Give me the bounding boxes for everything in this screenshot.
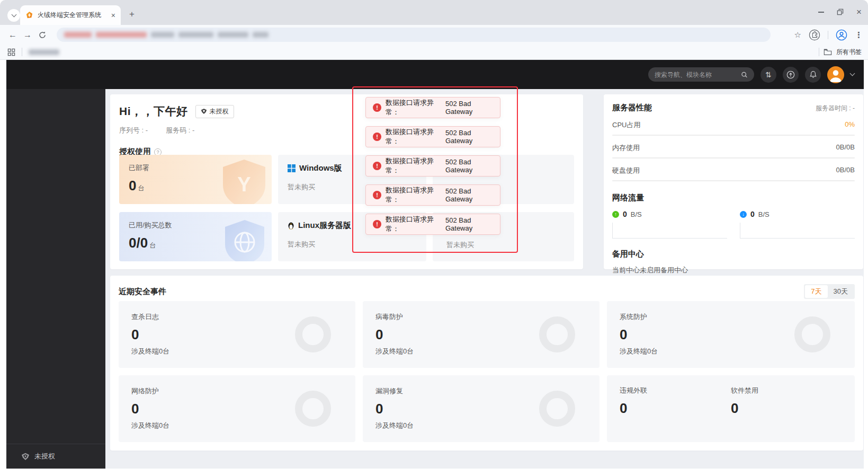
- license-badge-label: 未授权: [210, 107, 229, 116]
- disk-label: 硬盘使用: [612, 166, 640, 175]
- sidebar-nav: 未授权: [6, 89, 105, 469]
- events-title: 近期安全事件: [119, 287, 166, 297]
- memory-progress-bar: [612, 157, 855, 158]
- server-performance-panel: 服务器性能 服务器时间 : - CPU占用0% 内存使用0B/0B 硬盘使用0B…: [604, 94, 863, 269]
- new-tab-button[interactable]: +: [125, 7, 139, 21]
- toast-message: 数据接口请求异常：: [386, 186, 440, 205]
- browser-tab-strip: 火绒终端安全管理系统 × + ×: [0, 0, 868, 25]
- all-bookmarks-label[interactable]: 所有书签: [836, 48, 862, 57]
- address-bar[interactable]: [57, 28, 771, 42]
- toast-message: 数据接口请求异常：: [386, 127, 440, 146]
- serial-number: 序列号 : -: [119, 126, 148, 135]
- bookmark-star-icon[interactable]: ☆: [794, 30, 801, 40]
- error-toast: ! 数据接口请求异常： 502 Bad Gateway: [365, 97, 500, 118]
- license-overview-panel: Hi，，下午好 未授权 序列号 : - 服务码 : - 授权使用 ? 已部署 0…: [110, 94, 583, 269]
- error-toast: ! 数据接口请求异常： 502 Bad Gateway: [365, 126, 500, 147]
- tab-close-icon[interactable]: ×: [111, 12, 115, 19]
- event-label: 软件禁用: [731, 386, 842, 395]
- download-value: 0: [750, 210, 755, 218]
- search-input[interactable]: [655, 71, 737, 78]
- redacted-bookmark[interactable]: [29, 49, 59, 55]
- event-card-vuln-fix[interactable]: 漏洞修复 0 涉及终端0台: [363, 375, 599, 442]
- error-icon: !: [373, 162, 381, 170]
- memory-label: 内存使用: [612, 143, 640, 153]
- toast-error-code: 502 Bad Gateway: [445, 187, 493, 203]
- toast-error-code: 502 Bad Gateway: [445, 216, 493, 232]
- event-card-system-protection[interactable]: 系统防护 0 涉及终端0台: [607, 301, 855, 368]
- download-traffic: ↓ 0 B/S: [740, 210, 855, 239]
- donut-chart: [539, 391, 575, 427]
- used-total-value: 0/0: [129, 235, 148, 251]
- license-status-footer[interactable]: 未授权: [6, 444, 105, 469]
- back-button[interactable]: ←: [5, 30, 20, 40]
- used-total-card: 已用/购买总数 0/0台: [119, 212, 272, 261]
- toast-error-code: 502 Bad Gateway: [445, 158, 493, 174]
- greeting-title: Hi，，下午好: [119, 104, 188, 119]
- window-close-button[interactable]: ×: [856, 7, 862, 16]
- account-chevron-down-icon[interactable]: [850, 71, 855, 76]
- apps-grid-icon[interactable]: [7, 48, 15, 56]
- window-restore-button[interactable]: [837, 8, 844, 15]
- search-icon[interactable]: [741, 71, 748, 78]
- event-card-network-protection[interactable]: 网络防护 0 涉及终端0台: [119, 375, 355, 442]
- license-badge[interactable]: 未授权: [195, 105, 234, 118]
- memory-metric: 内存使用0B/0B: [612, 143, 855, 158]
- sidebar-footer-label: 未授权: [34, 452, 55, 461]
- toast-error-code: 502 Bad Gateway: [445, 100, 493, 116]
- used-total-unit: 台: [149, 242, 156, 249]
- error-icon: !: [373, 133, 381, 141]
- forward-button[interactable]: →: [20, 30, 35, 40]
- date-range-toggle: 7天 30天: [804, 284, 855, 299]
- notifications-bell-icon[interactable]: [805, 67, 821, 83]
- toast-message: 数据接口请求异常：: [386, 215, 440, 234]
- user-avatar[interactable]: [827, 66, 844, 83]
- windows-logo-icon: [288, 164, 296, 172]
- upload-arrow-icon: ↑: [612, 211, 619, 218]
- redacted-url-segment: [96, 32, 147, 38]
- profile-icon[interactable]: [836, 29, 847, 41]
- donut-chart: [295, 391, 331, 427]
- error-icon: !: [373, 191, 381, 199]
- event-card-scan-log[interactable]: 查杀日志 0 涉及终端0台: [119, 301, 355, 368]
- deployed-unit: 台: [138, 184, 144, 192]
- tab-search-button[interactable]: [7, 9, 20, 22]
- divider: [819, 48, 819, 56]
- huorong-favicon: [25, 11, 33, 19]
- license-shield-icon: [21, 453, 30, 461]
- recent-events-panel: 近期安全事件 7天 30天 查杀日志 0 涉及终端0台 病毒防护 0 涉及终端0…: [110, 276, 863, 451]
- donut-chart: [295, 316, 331, 352]
- toast-message: 数据接口请求异常：: [386, 98, 440, 117]
- bookmarks-bar: 所有书签: [0, 45, 868, 60]
- backup-center-title: 备用中心: [612, 249, 855, 259]
- globe-shield-watermark-icon: [223, 219, 266, 261]
- event-card-misc[interactable]: 违规外联 0 软件禁用 0: [607, 375, 855, 442]
- deployed-card: 已部署 0台 Y: [119, 155, 272, 204]
- browser-menu-icon[interactable]: ⋮: [855, 30, 863, 40]
- backup-center-status: 当前中心未启用备用中心: [612, 266, 855, 275]
- windows-edition-label: Windows版: [299, 163, 342, 173]
- traffic-sort-icon[interactable]: ⇅: [760, 67, 776, 83]
- deployed-value: 0: [129, 178, 136, 193]
- error-toast: ! 数据接口请求异常： 502 Bad Gateway: [365, 214, 500, 235]
- window-minimize-button[interactable]: [818, 12, 824, 13]
- upload-sparkline: [612, 223, 727, 239]
- upgrade-cloud-icon[interactable]: [783, 67, 799, 83]
- external-violation-stat: 违规外联 0: [620, 386, 731, 431]
- reload-button[interactable]: [35, 31, 50, 39]
- error-icon: !: [373, 220, 381, 228]
- upload-unit: B/S: [631, 210, 642, 218]
- folder-icon: [824, 48, 832, 56]
- event-card-virus-protection[interactable]: 病毒防护 0 涉及终端0台: [363, 301, 599, 368]
- module-search[interactable]: [648, 67, 754, 82]
- download-sparkline: [740, 223, 855, 239]
- svg-text:Y: Y: [237, 173, 250, 196]
- download-unit: B/S: [758, 210, 769, 218]
- upload-traffic: ↑ 0 B/S: [612, 210, 727, 239]
- extensions-icon[interactable]: [809, 29, 820, 41]
- shield-watermark-icon: Y: [221, 158, 267, 204]
- server-panel-title: 服务器性能: [612, 103, 652, 113]
- browser-tab[interactable]: 火绒终端安全管理系统 ×: [20, 5, 121, 25]
- redacted-url-segment: [218, 32, 248, 38]
- range-7d-tab[interactable]: 7天: [805, 285, 827, 298]
- range-30d-tab[interactable]: 30天: [828, 285, 854, 298]
